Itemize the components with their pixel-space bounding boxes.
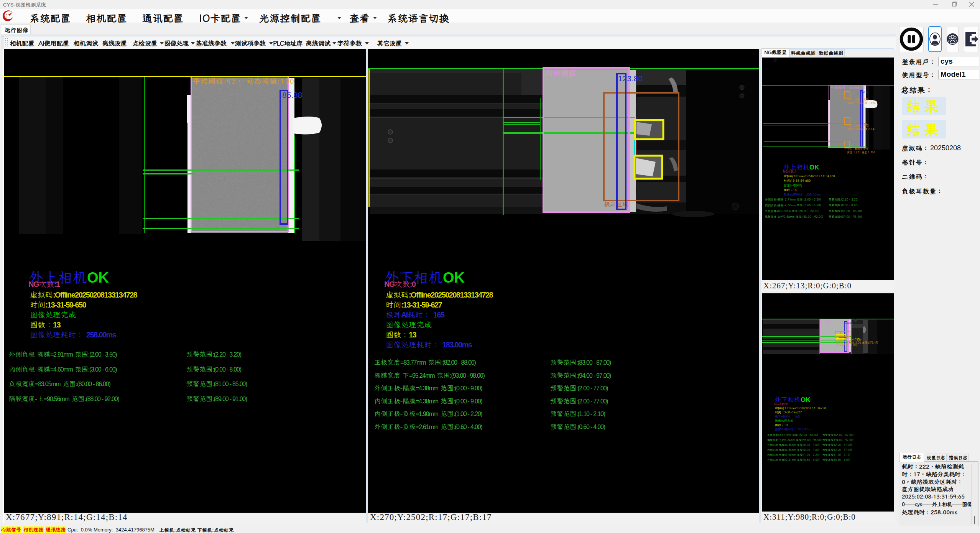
svg-text:预警范围:(1.10 - 2.10): 预警范围:(1.10 - 2.10) bbox=[822, 453, 850, 457]
svg-text:预警范围:(0.00 - 8.00): 预警范围:(0.00 - 8.00) bbox=[829, 203, 858, 207]
svg-text:虚拟码:Offline20250208133134728: 虚拟码:Offline20250208133134728 bbox=[775, 406, 826, 410]
svg-text:预警范围:(83.00 - 87.00): 预警范围:(83.00 - 87.00) bbox=[822, 433, 853, 437]
svg-text:85.88: 85.88 bbox=[282, 90, 303, 99]
svg-text:AI检测框: AI检测框 bbox=[545, 68, 576, 78]
svg-text:隔膜宽度-上=90.56mm 范围:(88.00 - 92.: 隔膜宽度-上=90.56mm 范围:(88.00 - 92.00) bbox=[765, 215, 823, 219]
svg-text:图像处理完成: 图像处理完成 bbox=[784, 183, 802, 187]
svg-text:↘%：面积:1.226: ↘%：面积:1.226 bbox=[847, 98, 868, 101]
svg-text:时间:13-31-59-650: 时间:13-31-59-650 bbox=[784, 179, 811, 183]
svg-text:隔膜宽度-下=95.24mm 范围:(93.00 - 98.: 隔膜宽度-下=95.24mm 范围:(93.00 - 98.00) bbox=[767, 438, 822, 442]
svg-text:虚拟码:Offline20250208133134728: 虚拟码:Offline20250208133134728 bbox=[784, 174, 835, 178]
svg-text:正极宽度=83.77mm 范围:(82.00 - 88.00: 正极宽度=83.77mm 范围:(82.00 - 88.00) bbox=[767, 433, 818, 437]
svg-text:宽度:1.775 高度:1.694: 宽度:1.775 高度:1.694 bbox=[847, 101, 876, 105]
svg-text:内侧负极-隔膜=4.60mm 范围:(3.00 - 6.00: 内侧负极-隔膜=4.60mm 范围:(3.00 - 6.00) bbox=[765, 203, 821, 207]
svg-text:图像处理完成: 图像处理完成 bbox=[775, 419, 793, 423]
svg-text:宽度:0.885 高度:2.141: 宽度:0.885 高度:2.141 bbox=[847, 127, 876, 131]
svg-text:圈数：13: 圈数：13 bbox=[784, 188, 797, 192]
svg-text:82.17: 82.17 bbox=[861, 90, 869, 94]
svg-text:时间:13-31-59-627: 时间:13-31-59-627 bbox=[775, 410, 802, 414]
svg-text:内侧正极-隔膜=4.38mm 范围:(0.00 - 9.00: 内侧正极-隔膜=4.38mm 范围:(0.00 - 9.00) bbox=[767, 448, 819, 452]
svg-text:坐标:(2.30, 1.80): 坐标:(2.30, 1.80) bbox=[836, 344, 857, 347]
svg-text:AI检测框: AI检测框 bbox=[821, 320, 832, 323]
svg-text:外侧正极-隔膜=4.38mm 范围:(0.00 - 9.00: 外侧正极-隔膜=4.38mm 范围:(0.00 - 9.00) bbox=[767, 443, 819, 447]
svg-text:圈数：13: 圈数：13 bbox=[775, 423, 788, 427]
svg-text:↘%：面积:1.973: ↘%：面积:1.973 bbox=[847, 124, 868, 127]
svg-text:预警范围:(81.00 - 85.00): 预警范围:(81.00 - 85.00) bbox=[829, 209, 862, 213]
svg-text:预警范围:(0.60 - 4.00): 预警范围:(0.60 - 4.00) bbox=[822, 458, 850, 462]
svg-text:123.80: 123.80 bbox=[618, 74, 643, 83]
svg-text:外侧负极-隔膜=2.91mm 范围:(2.00 - 3.50: 外侧负极-隔膜=2.91mm 范围:(2.00 - 3.50) bbox=[765, 197, 821, 201]
svg-text:预警范围:(2.00 - 77.00): 预警范围:(2.00 - 77.00) bbox=[822, 448, 852, 452]
svg-text:极耳AI耗时： 165: 极耳AI耗时： 165 bbox=[775, 415, 800, 418]
svg-text:负极宽度=83.05mm 范围:(80.00 - 86.00: 负极宽度=83.05mm 范围:(80.00 - 86.00) bbox=[765, 209, 819, 213]
svg-text:↘%：面积:1.997: ↘%：面积:1.997 bbox=[847, 147, 868, 151]
svg-text:NG次数:1: NG次数:1 bbox=[783, 169, 797, 173]
svg-text:宽度:1.231 高度:1.751: 宽度:1.231 高度:1.751 bbox=[847, 151, 875, 154]
svg-text:图像处理耗时： 258.00ms: 图像处理耗时： 258.00ms bbox=[784, 192, 821, 196]
svg-text:123.80: 123.80 bbox=[845, 321, 853, 324]
svg-text:内侧正极-负极=1.90mm 范围:(1.00 - 2.20: 内侧正极-负极=1.90mm 范围:(1.00 - 2.20) bbox=[767, 453, 819, 457]
svg-text:平均阈值:93， 动态阈值:100: 平均阈值:93， 动态阈值:100 bbox=[193, 76, 294, 86]
svg-text:外侧正极-负极=2.61mm 范围:(0.60 - 4.00: 外侧正极-负极=2.61mm 范围:(0.60 - 4.00) bbox=[767, 458, 819, 462]
svg-text:平均阈值:93， 动态阈值:100: 平均阈值:93， 动态阈值:100 bbox=[830, 86, 865, 89]
svg-text:预警范围:(94.00 - 97.00): 预警范围:(94.00 - 97.00) bbox=[822, 438, 853, 442]
svg-text:预警范围:(89.00 - 91.00): 预警范围:(89.00 - 91.00) bbox=[829, 215, 862, 219]
svg-text:图像处理耗时： 183.00ms: 图像处理耗时： 183.00ms bbox=[775, 427, 812, 431]
svg-text:预警范围:(2.00 - 77.00): 预警范围:(2.00 - 77.00) bbox=[822, 443, 852, 447]
svg-text:预警范围:(2.20 - 3.20): 预警范围:(2.20 - 3.20) bbox=[829, 197, 858, 201]
svg-text:NG次数:0: NG次数:0 bbox=[774, 402, 788, 406]
